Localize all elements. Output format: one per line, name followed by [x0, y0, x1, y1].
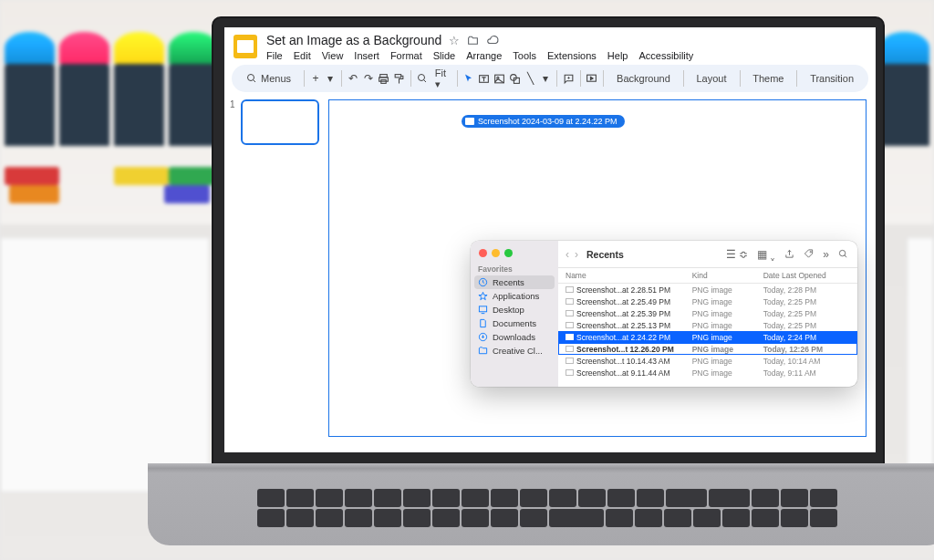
file-icon — [566, 346, 574, 352]
svg-point-16 — [839, 250, 845, 255]
drag-preview-chip: Screenshot 2024-03-09 at 2.24.22 PM — [462, 115, 625, 128]
finder-toolbar: ‹ › Recents ☰ ≎ ▦ ˬ » — [558, 241, 857, 268]
sidebar-heading: Favorites — [471, 263, 558, 275]
file-icon — [566, 286, 574, 293]
svg-point-15 — [810, 252, 811, 253]
sidebar-item-desktop[interactable]: Desktop — [471, 303, 558, 316]
zoom-select[interactable]: Fit ▾ — [431, 67, 452, 90]
move-icon[interactable] — [467, 35, 479, 47]
file-icon — [566, 369, 574, 376]
file-row[interactable]: Screenshot...at 2.25.49 PMPNG imageToday… — [558, 296, 857, 307]
textbox-icon[interactable] — [478, 70, 490, 87]
file-row[interactable]: Screenshot...t 10.14.43 AMPNG imageToday… — [558, 355, 857, 367]
comment-icon[interactable] — [563, 70, 575, 87]
shape-icon[interactable] — [509, 70, 521, 87]
menu-arrange[interactable]: Arrange — [466, 50, 502, 61]
share-icon[interactable] — [783, 249, 796, 259]
close-icon[interactable] — [479, 249, 487, 257]
desktop-icon — [478, 305, 488, 315]
background-button[interactable]: Background — [609, 70, 678, 87]
sidebar-item-creative-cl-[interactable]: Creative Cl... — [471, 344, 558, 358]
tags-icon[interactable] — [802, 249, 815, 259]
redo-icon[interactable]: ↷ — [362, 70, 373, 87]
finder-column-headers[interactable]: Name Kind Date Last Opened — [558, 268, 857, 284]
file-icon — [566, 298, 574, 305]
nav-back-icon[interactable]: ‹ — [566, 248, 569, 261]
slide-panel[interactable]: 1 — [224, 92, 328, 433]
undo-icon[interactable]: ↶ — [348, 70, 358, 87]
laptop-screen: Set an Image as a Background ☆ File Edit… — [224, 27, 876, 452]
transition-button[interactable]: Transition — [803, 70, 861, 87]
layout-button[interactable]: Layout — [689, 70, 733, 87]
col-kind[interactable]: Kind — [692, 271, 763, 280]
document-title[interactable]: Set an Image as a Background — [266, 33, 441, 47]
finder-window[interactable]: Favorites RecentsApplicationsDesktopDocu… — [471, 241, 857, 387]
sidebar-item-downloads[interactable]: Downloads — [471, 330, 558, 344]
svg-point-5 — [418, 75, 424, 81]
doc-icon — [478, 318, 488, 328]
clock-icon — [478, 277, 488, 287]
slide-number: 1 — [230, 99, 235, 109]
svg-point-0 — [248, 75, 254, 81]
print-icon[interactable] — [378, 70, 389, 87]
paint-format-icon[interactable] — [393, 70, 405, 87]
menu-edit[interactable]: Edit — [294, 50, 311, 61]
sidebar-item-documents[interactable]: Documents — [471, 316, 558, 330]
svg-rect-10 — [514, 78, 520, 83]
menu-help[interactable]: Help — [607, 50, 628, 61]
file-row[interactable]: Screenshot...t 12.26.20 PMPNG imageToday… — [558, 343, 857, 355]
star-icon[interactable]: ☆ — [449, 34, 460, 47]
laptop-base — [148, 463, 934, 545]
file-icon — [566, 322, 574, 328]
chevron-down-icon[interactable]: ▾ — [325, 70, 336, 87]
cloud-status-icon[interactable] — [486, 34, 499, 47]
app-icon — [478, 291, 488, 301]
slideshow-icon[interactable] — [586, 70, 597, 87]
col-date[interactable]: Date Last Opened — [763, 271, 850, 280]
chevron-down-icon[interactable]: ▾ — [540, 70, 551, 87]
line-icon[interactable]: ╲ — [524, 70, 535, 87]
finder-file-list[interactable]: Screenshot...at 2.28.51 PMPNG imageToday… — [558, 284, 857, 387]
maximize-icon[interactable] — [504, 249, 513, 257]
menu-search[interactable]: Menus — [239, 71, 298, 86]
theme-button[interactable]: Theme — [745, 70, 791, 87]
menu-bar: File Edit View Insert Format Slide Arran… — [266, 49, 693, 61]
laptop: Set an Image as a Background ☆ File Edit… — [212, 16, 885, 545]
menu-view[interactable]: View — [322, 50, 344, 61]
nav-forward-icon[interactable]: › — [575, 248, 578, 261]
view-list-icon[interactable]: ☰ ≎ — [724, 248, 750, 261]
file-row[interactable]: Screenshot...at 2.28.51 PMPNG imageToday… — [558, 284, 857, 296]
menu-slide[interactable]: Slide — [433, 50, 455, 61]
menu-insert[interactable]: Insert — [354, 50, 379, 61]
menu-accessibility[interactable]: Accessibility — [638, 50, 693, 61]
slides-logo-icon[interactable] — [234, 35, 257, 58]
folder-icon — [478, 346, 488, 356]
file-row[interactable]: Screenshot...at 9.11.44 AMPNG imageToday… — [558, 367, 857, 379]
search-icon[interactable] — [836, 249, 850, 259]
sidebar-item-recents[interactable]: Recents — [474, 275, 555, 289]
view-group-icon[interactable]: ▦ ˬ — [755, 248, 777, 261]
file-icon — [566, 358, 574, 364]
more-icon[interactable]: » — [821, 248, 831, 261]
new-slide-icon[interactable]: + — [310, 70, 321, 87]
menu-format[interactable]: Format — [390, 50, 422, 61]
file-icon — [566, 310, 574, 316]
file-icon — [566, 334, 574, 340]
menu-tools[interactable]: Tools — [513, 50, 536, 61]
select-tool-icon[interactable] — [463, 70, 474, 87]
sidebar-item-applications[interactable]: Applications — [471, 289, 558, 303]
file-row[interactable]: Screenshot...at 2.24.22 PMPNG imageToday… — [558, 331, 857, 343]
zoom-icon[interactable] — [416, 70, 427, 87]
minimize-icon[interactable] — [492, 249, 500, 257]
file-row[interactable]: Screenshot...at 2.25.39 PMPNG imageToday… — [558, 307, 857, 319]
svg-rect-13 — [479, 306, 486, 312]
slide-thumbnail[interactable] — [241, 99, 319, 145]
menu-file[interactable]: File — [266, 50, 283, 61]
finder-sidebar: Favorites RecentsApplicationsDesktopDocu… — [471, 241, 558, 387]
laptop-keyboard — [257, 489, 839, 530]
menu-extensions[interactable]: Extensions — [547, 50, 597, 61]
image-icon[interactable] — [493, 70, 505, 87]
file-row[interactable]: Screenshot...at 2.25.13 PMPNG imageToday… — [558, 319, 857, 331]
col-name[interactable]: Name — [566, 271, 692, 280]
slides-header: Set an Image as a Background ☆ File Edit… — [224, 27, 876, 65]
